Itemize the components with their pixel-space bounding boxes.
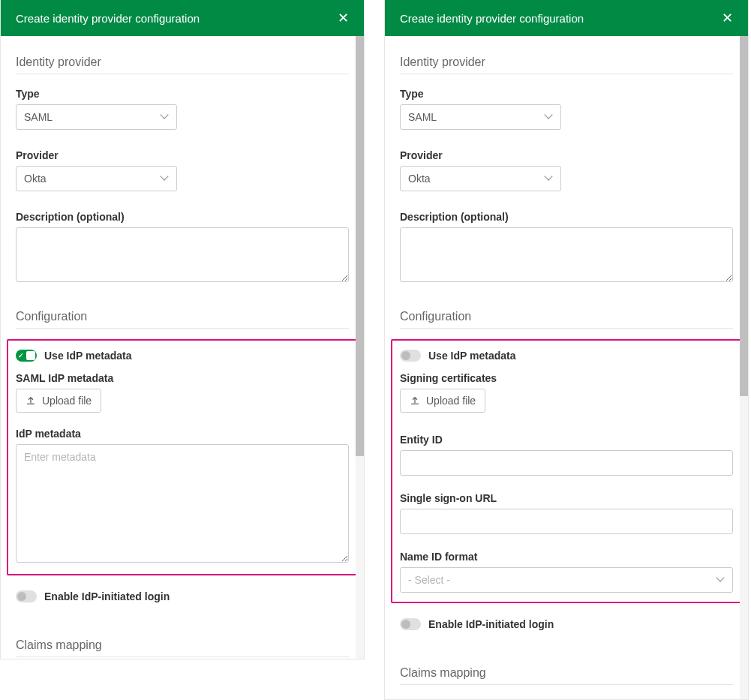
chevron-down-icon bbox=[545, 113, 553, 121]
chevron-down-icon bbox=[161, 175, 169, 182]
highlight-configuration: ✓ Use IdP metadata SAML IdP metadata Upl… bbox=[7, 339, 358, 575]
section-claims-mapping: Claims mapping bbox=[400, 666, 733, 680]
scrollbar-track[interactable] bbox=[356, 36, 364, 659]
scrollbar-thumb[interactable] bbox=[740, 36, 748, 396]
section-identity-provider: Identity provider bbox=[400, 56, 733, 69]
dialog-header: Create identity provider configuration ✕ bbox=[1, 0, 364, 36]
label-sso-url: Single sign-on URL bbox=[400, 492, 733, 504]
upload-icon bbox=[26, 395, 36, 406]
chevron-down-icon bbox=[161, 113, 169, 121]
select-provider[interactable]: Okta bbox=[400, 166, 561, 191]
scrollbar-track[interactable] bbox=[740, 36, 748, 699]
upload-icon bbox=[410, 395, 420, 406]
select-provider[interactable]: Okta bbox=[16, 166, 177, 191]
dialog-title: Create identity provider configuration bbox=[400, 12, 584, 25]
close-icon[interactable]: ✕ bbox=[722, 11, 733, 25]
section-identity-provider: Identity provider bbox=[16, 56, 349, 69]
label-saml-idp-metadata: SAML IdP metadata bbox=[16, 372, 349, 384]
label-description: Description (optional) bbox=[16, 211, 349, 223]
scroll-area: Identity provider Type SAML Provider Okt… bbox=[1, 36, 364, 659]
divider bbox=[400, 328, 733, 329]
textarea-idp-metadata[interactable] bbox=[16, 444, 349, 563]
toggle-use-idp-metadata[interactable]: ✓ bbox=[16, 350, 37, 362]
label-provider: Provider bbox=[16, 149, 349, 161]
dialog-title: Create identity provider configuration bbox=[16, 12, 200, 25]
label-type: Type bbox=[400, 88, 733, 100]
textarea-description[interactable] bbox=[400, 227, 733, 282]
chevron-down-icon bbox=[717, 576, 725, 584]
toggle-enable-idp-initiated[interactable] bbox=[400, 618, 421, 630]
label-entity-id: Entity ID bbox=[400, 434, 733, 446]
upload-file-button[interactable]: Upload file bbox=[400, 389, 485, 413]
label-enable-idp-initiated: Enable IdP-initiated login bbox=[44, 590, 170, 602]
section-claims-mapping: Claims mapping bbox=[16, 638, 349, 652]
select-type[interactable]: SAML bbox=[400, 104, 561, 130]
toggle-enable-idp-initiated[interactable] bbox=[16, 590, 37, 602]
scroll-area: Identity provider Type SAML Provider Okt… bbox=[385, 36, 748, 699]
dialog-header: Create identity provider configuration ✕ bbox=[385, 0, 748, 36]
toggle-use-idp-metadata-row: Use IdP metadata bbox=[400, 350, 733, 362]
select-name-id-format[interactable]: - Select - bbox=[400, 567, 733, 593]
select-type-value: SAML bbox=[24, 111, 53, 123]
toggle-idp-initiated-row: Enable IdP-initiated login bbox=[400, 618, 733, 630]
input-sso-url[interactable] bbox=[400, 509, 733, 534]
label-provider: Provider bbox=[400, 149, 733, 161]
input-entity-id[interactable] bbox=[400, 450, 733, 476]
toggle-use-idp-metadata-row: ✓ Use IdP metadata bbox=[16, 350, 349, 362]
label-enable-idp-initiated: Enable IdP-initiated login bbox=[428, 618, 554, 630]
label-use-idp-metadata: Use IdP metadata bbox=[428, 350, 515, 362]
label-type: Type bbox=[16, 88, 349, 100]
upload-file-label: Upload file bbox=[426, 395, 476, 407]
scrollbar-thumb[interactable] bbox=[356, 36, 364, 456]
upload-file-button[interactable]: Upload file bbox=[16, 389, 101, 413]
select-type[interactable]: SAML bbox=[16, 104, 177, 130]
panel-idp-metadata-on: Create identity provider configuration ✕… bbox=[0, 0, 365, 659]
panel-idp-metadata-off: Create identity provider configuration ✕… bbox=[384, 0, 749, 700]
select-provider-value: Okta bbox=[24, 173, 47, 185]
select-type-value: SAML bbox=[408, 111, 437, 123]
toggle-idp-initiated-row: Enable IdP-initiated login bbox=[16, 590, 349, 602]
label-idp-metadata: IdP metadata bbox=[16, 428, 349, 440]
section-configuration: Configuration bbox=[16, 310, 349, 323]
textarea-description[interactable] bbox=[16, 227, 349, 282]
divider bbox=[16, 74, 349, 74]
section-configuration: Configuration bbox=[400, 310, 733, 323]
divider bbox=[16, 656, 349, 657]
select-name-id-placeholder: - Select - bbox=[408, 574, 450, 586]
divider bbox=[16, 328, 349, 329]
upload-file-label: Upload file bbox=[42, 395, 92, 407]
label-name-id-format: Name ID format bbox=[400, 551, 733, 563]
chevron-down-icon bbox=[545, 175, 553, 182]
close-icon[interactable]: ✕ bbox=[338, 11, 349, 25]
select-provider-value: Okta bbox=[408, 173, 431, 185]
divider bbox=[400, 684, 733, 685]
divider bbox=[400, 74, 733, 74]
label-signing-certificates: Signing certificates bbox=[400, 372, 733, 384]
toggle-use-idp-metadata[interactable] bbox=[400, 350, 421, 362]
label-use-idp-metadata: Use IdP metadata bbox=[44, 350, 131, 362]
label-description: Description (optional) bbox=[400, 211, 733, 223]
highlight-configuration: Use IdP metadata Signing certificates Up… bbox=[391, 339, 742, 603]
